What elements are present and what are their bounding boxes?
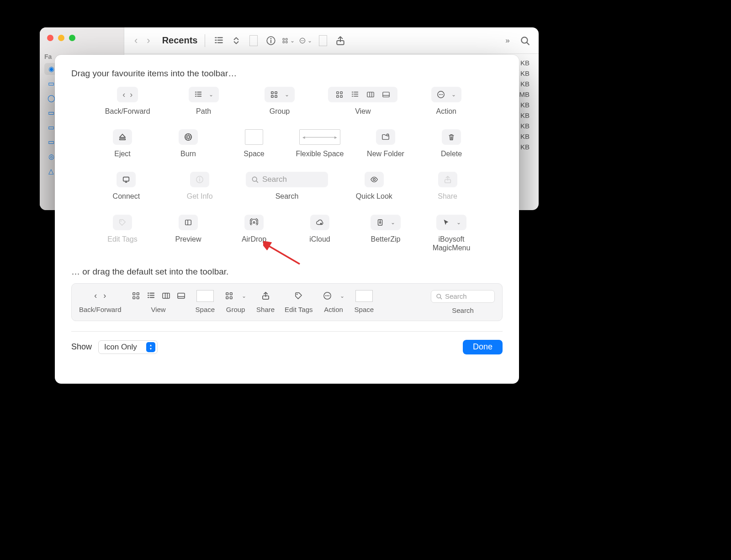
search-icon[interactable] [519,34,531,47]
palette-flexible-space[interactable]: ◂▸ Flexible Space [292,129,347,158]
default-space[interactable]: Space [355,290,374,313]
palette-betterzip[interactable]: ⌄ BetterZip [358,215,413,252]
palette-share[interactable]: Share [420,172,475,201]
show-label: Show [71,342,92,352]
minimize-window-icon[interactable] [58,35,64,41]
palette-action[interactable]: ⌄ Action [419,87,474,116]
sheet-subheading: … or drag the default set into the toolb… [71,267,503,277]
default-search[interactable]: Search Search [431,290,495,314]
palette-eject[interactable]: Eject [95,129,150,158]
palette-connect[interactable]: Connect [99,172,154,201]
updown-icon[interactable]: ▴▾ [146,342,155,352]
palette-path[interactable]: ⌄ Path [176,87,231,116]
default-view[interactable]: View [132,290,185,313]
palette-iboysoft-magicmenu[interactable]: ⌄ iBoysoft MagicMenu [424,215,479,252]
palette-get-info[interactable]: Get Info [172,172,227,201]
window-title: Recents [162,35,198,46]
default-share[interactable]: Share [256,290,275,313]
close-window-icon[interactable] [47,35,53,41]
palette-group[interactable]: ⌄ Group [252,87,307,116]
palette-space[interactable]: Space [227,129,281,158]
palette-new-folder[interactable]: New Folder [358,129,413,158]
window-traffic-lights[interactable] [47,35,75,41]
flexible-space-icon: ◂▸ [299,129,340,145]
default-action[interactable]: ⌄ Action [323,290,344,313]
updown-icon[interactable] [230,34,243,47]
palette-quick-look[interactable]: Quick Look [347,172,402,201]
group-icon[interactable]: ⌄ [282,34,295,47]
done-button[interactable]: Done [463,340,503,354]
palette-airdrop[interactable]: AirDrop [227,215,281,252]
show-select[interactable]: Icon Only ▴▾ [98,340,158,354]
space-icon [247,34,260,47]
palette-preview[interactable]: Preview [161,215,216,252]
default-group[interactable]: ⌄ Group [225,290,246,313]
space-icon [355,290,373,302]
space-icon [196,290,214,302]
palette-burn[interactable]: Burn [161,129,216,158]
overflow-icon[interactable]: » [501,34,514,47]
search-field[interactable]: Search [246,172,328,187]
default-back-forward[interactable]: ‹› Back/Forward [79,290,122,313]
action-icon[interactable]: ⌄ [299,34,312,47]
space-icon [317,34,329,47]
sheet-footer: Show Icon Only ▴▾ Done [71,331,503,354]
icon-view-icon [332,90,347,99]
toolbar-back-forward[interactable]: ‹ › [132,35,153,47]
chevron-left-icon[interactable]: ‹ [134,35,138,47]
palette-back-forward[interactable]: ‹› Back/Forward [100,87,155,116]
default-space[interactable]: Space [196,290,215,313]
sheet-heading: Drag your favourite items into the toolb… [71,69,503,79]
palette-view[interactable]: View [328,87,397,116]
share-icon[interactable] [334,34,347,47]
palette-edit-tags[interactable]: Edit Tags [95,215,150,252]
info-icon[interactable] [265,34,277,47]
default-toolbar-set[interactable]: ‹› Back/Forward View Space ⌄ Group Share [71,283,503,321]
list-view-icon [347,90,363,99]
palette-search[interactable]: Search Search [246,172,328,201]
finder-toolbar: ‹ › Recents ⌄ ⌄ » [124,27,539,54]
palette-delete[interactable]: Delete [424,129,479,158]
zoom-window-icon[interactable] [69,35,75,41]
chevron-right-icon[interactable]: › [147,35,150,47]
default-edit-tags[interactable]: Edit Tags [285,290,313,313]
space-icon [245,129,263,145]
gallery-view-icon [378,90,394,99]
column-view-icon [363,90,378,99]
customize-toolbar-sheet: Drag your favourite items into the toolb… [55,55,519,384]
palette-icloud[interactable]: iCloud [292,215,347,252]
list-view-icon[interactable] [212,34,225,47]
